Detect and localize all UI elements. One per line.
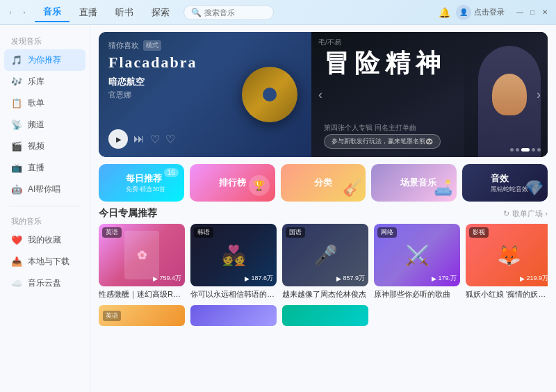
- banner-left[interactable]: 猜你喜欢 模式 Flacadabra 暗恋航空 官恩娜 ⏭ ♡ ♡: [99, 32, 311, 157]
- cat-daily-badge: 16: [164, 168, 179, 177]
- cat-scene[interactable]: 场景音乐 🛋️: [371, 164, 457, 202]
- avatar: 👤: [456, 5, 471, 20]
- song-thumb-5: 🦊 影视 ▶ 219.9万: [466, 224, 548, 286]
- sidebar-item-favorites[interactable]: ❤️ 我的收藏: [0, 229, 90, 251]
- channel-icon: 📡: [11, 120, 22, 131]
- cat-genre[interactable]: 分类 🎸: [281, 164, 366, 202]
- song-name-5: 狐妖小红娘 '痴情的妖啊，请再等一世吧': [466, 289, 548, 300]
- song-thumb-2: 💑 韩语 ▶ 187.6万: [190, 224, 277, 286]
- cat-scene-text: 场景音乐: [392, 177, 436, 189]
- search-box[interactable]: 🔍: [183, 5, 274, 20]
- banner-next-nav[interactable]: ›: [537, 88, 541, 102]
- chart-icon-deco: 🏆: [249, 175, 270, 196]
- song-tag-1: 英语: [102, 227, 122, 238]
- sidebar-item-channel[interactable]: 📡 频道: [0, 114, 90, 136]
- song-tag-4: 网络: [377, 227, 397, 238]
- banner-play-controls: ⏭ ♡ ♡: [108, 129, 175, 149]
- sidebar-item-playlist[interactable]: 📋 歌单: [0, 92, 90, 114]
- song-card-2[interactable]: 💑 韩语 ▶ 187.6万 你可以永远相信韩语的宿命感/韩语: [190, 224, 277, 300]
- sidebar-label-ai: AI帮你唱: [28, 183, 60, 195]
- dot-3: [521, 148, 530, 152]
- song-card-3[interactable]: 🎤 国语 ▶ 857.9万 越来越像了周杰伦林俊杰: [282, 224, 368, 300]
- minimize-button[interactable]: —: [514, 7, 525, 18]
- banner-model-tag: 模式: [143, 40, 161, 51]
- tab-live[interactable]: 直播: [71, 3, 106, 22]
- refresh-icon[interactable]: ↻: [503, 209, 509, 218]
- my-music-title: 我的音乐: [0, 212, 90, 229]
- banner-right-tag: 毛/不易: [318, 38, 341, 47]
- recommend-icon: 🎵: [11, 55, 22, 66]
- user-area[interactable]: 👤 点击登录: [456, 5, 505, 20]
- song-tag-3: 国语: [286, 227, 305, 238]
- tab-audiobook[interactable]: 听书: [107, 3, 142, 22]
- banner-heart-icon[interactable]: ♡: [150, 133, 160, 146]
- cat-daily-label: 每日推荐: [126, 172, 162, 185]
- dot-5: [537, 148, 541, 152]
- play-count-1: ▶ 759.4万: [153, 274, 181, 283]
- song-preview-1: 英语: [99, 305, 185, 326]
- sidebar-label-playlist: 歌单: [28, 97, 44, 109]
- nav-buttons: ‹ ›: [6, 8, 29, 17]
- banner-right[interactable]: 毛/不易 冒险精神 第四张个人专辑 同名主打单曲 参与新歌发行玩法，赢来笔墨名熊…: [311, 32, 548, 157]
- section-link[interactable]: ↻ 歌单广场 ›: [503, 209, 548, 219]
- maximize-button[interactable]: □: [527, 7, 538, 18]
- banner-cta-button[interactable]: 参与新歌发行玩法，赢来笔墨名熊🐼: [324, 134, 441, 149]
- genre-icon-deco: 🎸: [343, 179, 361, 197]
- sidebar-item-library[interactable]: 🎶 乐库: [0, 71, 90, 92]
- sidebar-item-live[interactable]: 📺 直播: [0, 157, 90, 179]
- favorites-icon: ❤️: [11, 235, 22, 246]
- tab-music[interactable]: 音乐: [35, 3, 70, 22]
- title-bar-right: 🔔 👤 点击登录 — □ ✕: [436, 5, 550, 20]
- main-container: 发现音乐 🎵 为你推荐 🎶 乐库 📋 歌单 📡 频道 🎬 视频 📺 直播 🤖 A…: [0, 25, 556, 392]
- sidebar-label-library: 乐库: [28, 76, 44, 88]
- login-text: 点击登录: [474, 7, 505, 17]
- back-button[interactable]: ‹: [6, 8, 15, 17]
- window-controls: — □ ✕: [514, 7, 550, 18]
- song-card-4[interactable]: ⚔️ 网络 ▶ 179.万 原神那些你必听的歌曲: [374, 224, 460, 300]
- sidebar-label-favorites: 我的收藏: [28, 234, 61, 246]
- bell-icon[interactable]: 🔔: [436, 5, 452, 20]
- sidebar-item-recommend[interactable]: 🎵 为你推荐: [4, 49, 85, 71]
- sidebar-label-local: 本地与下载: [28, 256, 70, 268]
- sound-icon-deco: 💎: [525, 179, 543, 197]
- live-icon: 📺: [11, 163, 22, 174]
- song-name-2: 你可以永远相信韩语的宿命感/韩语: [190, 289, 277, 300]
- sidebar-item-video[interactable]: 🎬 视频: [0, 136, 90, 157]
- cat-sound-text: 音效 黑钻蛇蛇音效: [482, 172, 528, 194]
- cloud-icon: ☁️: [11, 278, 22, 289]
- banner-prev-nav[interactable]: ‹: [318, 88, 322, 102]
- sidebar-item-cloud[interactable]: ☁️ 音乐云盘: [0, 272, 90, 294]
- cat-chart[interactable]: 排行榜 🏆: [190, 164, 275, 202]
- search-input[interactable]: [204, 8, 274, 17]
- dot-1: [510, 148, 514, 152]
- banner-share-icon[interactable]: ♡: [165, 133, 175, 146]
- banner-album-art-text: Flacadabra: [108, 54, 197, 72]
- song-card-5[interactable]: 🦊 影视 ▶ 219.9万 狐妖小红娘 '痴情的妖啊，请再等一世吧': [466, 224, 548, 300]
- search-icon: 🔍: [191, 8, 202, 17]
- banner-next-icon[interactable]: ⏭: [133, 133, 145, 145]
- sidebar-divider: [8, 206, 81, 206]
- sidebar-label-live: 直播: [28, 162, 44, 174]
- banner-play-button[interactable]: [108, 129, 128, 149]
- ai-icon: 🤖: [11, 184, 22, 195]
- sidebar-item-local[interactable]: 📥 本地与下载: [0, 251, 90, 272]
- scene-icon-deco: 🛋️: [434, 179, 452, 197]
- close-button[interactable]: ✕: [539, 7, 550, 18]
- tab-explore[interactable]: 探索: [143, 3, 178, 22]
- forward-button[interactable]: ›: [19, 8, 29, 17]
- song-card-1[interactable]: 🌸 英语 ▶ 759.4万 性感微醺｜迷幻高级R&B/Soul: [99, 224, 185, 300]
- song-grid: 🌸 英语 ▶ 759.4万 性感微醺｜迷幻高级R&B/Soul 💑 韩语 ▶ 1…: [99, 224, 548, 300]
- cat-sound[interactable]: 音效 黑钻蛇蛇音效 💎: [462, 164, 548, 202]
- sidebar-label-recommend: 为你推荐: [28, 54, 61, 66]
- section-link-text[interactable]: 歌单广场 ›: [512, 209, 548, 219]
- title-bar: ‹ › 音乐 直播 听书 探索 🔍 🔔 👤 点击登录 — □ ✕: [0, 0, 556, 25]
- song-thumb-1: 🌸 英语 ▶ 759.4万: [99, 224, 185, 286]
- main-tabs: 音乐 直播 听书 探索: [35, 3, 178, 22]
- section-title: 今日专属推荐: [99, 207, 157, 220]
- content-area: 猜你喜欢 模式 Flacadabra 暗恋航空 官恩娜 ⏭ ♡ ♡: [90, 25, 556, 392]
- cat-genre-label: 分类: [314, 177, 332, 189]
- dot-2: [516, 148, 519, 152]
- song-thumb-4: ⚔️ 网络 ▶ 179.万: [374, 224, 460, 286]
- cat-daily[interactable]: 每日推荐 免费·精选30首 16: [99, 164, 184, 202]
- sidebar-item-ai[interactable]: 🤖 AI帮你唱: [0, 179, 90, 200]
